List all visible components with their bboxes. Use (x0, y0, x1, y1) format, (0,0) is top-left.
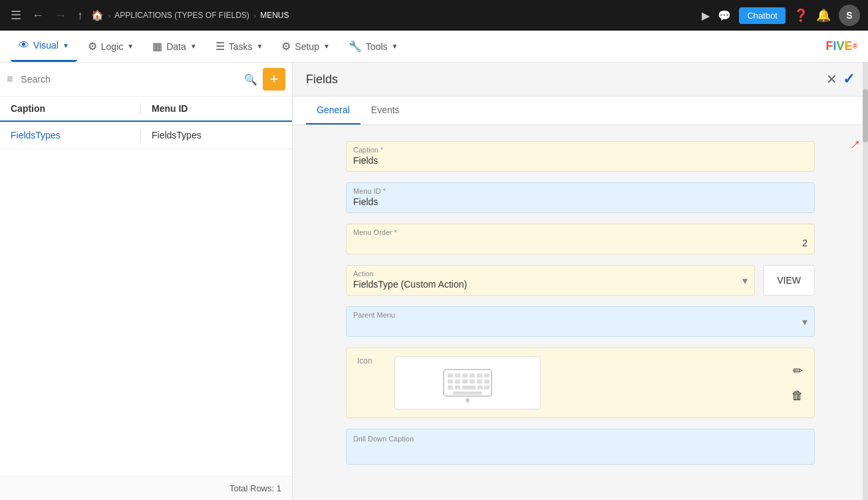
icon-field: Icon (346, 348, 815, 418)
action-value: FieldsType (Custom Action) (347, 278, 736, 295)
drill-down-label: Drill Down Caption (353, 435, 807, 443)
svg-rect-6 (484, 374, 490, 377)
logo-tm: ® (853, 43, 857, 50)
nav-visual-label: Visual (33, 40, 59, 51)
home-icon[interactable]: 🏠 (91, 9, 104, 21)
drill-down-container: Drill Down Caption (346, 429, 815, 465)
nav-setup[interactable]: ⚙ Setup ▼ (273, 31, 338, 62)
filter-icon[interactable]: ≡ (7, 73, 13, 85)
menuid-input[interactable] (347, 195, 814, 212)
scrollbar[interactable] (863, 63, 868, 500)
tasks-chevron-icon: ▼ (256, 43, 263, 50)
main-layout: ≡ 🔍 + Caption Menu ID FieldsTypes Fields… (0, 63, 868, 500)
top-nav-right: ▶ 💬 Chatbot ❓ 🔔 S (702, 5, 860, 26)
total-rows-label: Total Rows: 1 (229, 483, 281, 493)
forward-icon[interactable]: → (52, 6, 69, 25)
col-menuid-header: Menu ID (140, 103, 281, 114)
svg-point-19 (466, 398, 470, 402)
svg-rect-14 (455, 385, 460, 389)
menuid-label: Menu ID * (347, 183, 814, 195)
col-caption-header: Caption (11, 103, 140, 114)
search-bar: ≡ 🔍 + (0, 63, 292, 97)
tasks-icon: ☰ (216, 40, 225, 53)
keyboard-svg (441, 363, 494, 403)
breadcrumb: 🏠 › APPLICATIONS (TYPES OF FIELDS) › MEN… (91, 9, 696, 21)
table-footer: Total Rows: 1 (0, 476, 292, 500)
avatar[interactable]: S (839, 5, 860, 26)
nav-setup-label: Setup (295, 41, 319, 52)
breadcrumb-menus[interactable]: MENUS (260, 11, 289, 20)
tab-events[interactable]: Events (361, 97, 410, 125)
grid-icon: ▦ (152, 40, 162, 53)
caption-container: Caption * (346, 141, 815, 172)
nav-logic[interactable]: ⚙ Logic ▼ (80, 31, 142, 62)
parent-select-inner: Parent Menu (347, 307, 796, 336)
menuorder-field-group: Menu Order * (346, 224, 815, 254)
action-row: Action FieldsType (Custom Action) ▾ VIEW (346, 265, 815, 296)
add-button[interactable]: + (263, 68, 285, 91)
caption-field-group: Caption * (346, 141, 815, 172)
setup-icon: ⚙ (281, 40, 291, 53)
up-icon[interactable]: ↑ (74, 6, 86, 25)
bell-icon[interactable]: 🔔 (816, 8, 831, 23)
action-select[interactable]: Action FieldsType (Custom Action) ▾ (346, 265, 755, 296)
svg-rect-9 (462, 379, 468, 383)
close-button[interactable]: ✕ (826, 71, 837, 87)
tab-general[interactable]: General (306, 97, 361, 125)
parent-menu-label: Parent Menu (347, 307, 796, 322)
help-icon[interactable]: ❓ (794, 8, 808, 23)
logo-v: V (837, 39, 845, 53)
chatbot-button[interactable]: Chatbot (739, 7, 786, 24)
svg-rect-18 (453, 391, 482, 395)
nav-data[interactable]: ▦ Data ▼ (144, 31, 204, 62)
tools-chevron-icon: ▼ (392, 43, 398, 50)
menuorder-input[interactable] (347, 236, 814, 254)
setup-chevron-icon: ▼ (323, 43, 330, 50)
menuorder-label: Menu Order * (347, 224, 814, 236)
search-icon[interactable]: 🔍 (244, 73, 257, 86)
five-logo: F I V E ® (826, 39, 857, 53)
svg-rect-1 (448, 374, 453, 377)
icon-edit-button[interactable]: ✏ (792, 364, 803, 378)
parent-menu-select[interactable]: Parent Menu ▾ (346, 306, 815, 337)
table-row[interactable]: FieldsTypes FieldsTypes (0, 122, 292, 149)
panel-title: Fields (306, 73, 826, 87)
logic-icon: ⚙ (88, 40, 97, 53)
nav-tasks[interactable]: ☰ Tasks ▼ (208, 31, 271, 62)
svg-rect-13 (448, 385, 453, 389)
back-icon[interactable]: ← (29, 6, 47, 25)
row-caption: FieldsTypes (11, 130, 140, 140)
play-icon[interactable]: ▶ (702, 9, 710, 22)
logic-chevron-icon: ▼ (127, 43, 134, 50)
icon-label: Icon (357, 356, 384, 366)
menu-icon[interactable]: ☰ (8, 5, 24, 25)
menuorder-container: Menu Order * (346, 224, 815, 254)
panel-actions: ✕ ✓ (826, 71, 855, 88)
search-input[interactable] (18, 71, 239, 87)
svg-rect-4 (470, 374, 475, 377)
menuid-container: Menu ID * (346, 182, 815, 213)
table-header: Caption Menu ID (0, 97, 292, 122)
left-panel: ≡ 🔍 + Caption Menu ID FieldsTypes Fields… (0, 63, 293, 500)
logo-f: F (826, 39, 833, 53)
icon-actions: ✏ 🗑 (792, 364, 803, 403)
svg-rect-8 (455, 379, 460, 383)
icon-delete-button[interactable]: 🗑 (792, 389, 803, 403)
scrollbar-thumb[interactable] (863, 89, 868, 142)
save-button[interactable]: ✓ (843, 71, 855, 88)
nav-logic-label: Logic (101, 41, 123, 52)
caption-input[interactable] (347, 154, 814, 171)
action-chevron-icon: ▾ (736, 274, 754, 287)
data-chevron-icon: ▼ (190, 43, 197, 50)
svg-rect-17 (484, 385, 490, 389)
svg-rect-16 (478, 385, 483, 389)
svg-rect-2 (455, 374, 460, 377)
view-button[interactable]: VIEW (763, 265, 815, 296)
nav-tools[interactable]: 🔧 Tools ▼ (341, 31, 406, 62)
breadcrumb-applications[interactable]: APPLICATIONS (TYPES OF FIELDS) (114, 11, 249, 20)
logo-e: E (845, 39, 853, 53)
svg-rect-11 (477, 379, 482, 383)
bubble-icon[interactable]: 💬 (718, 9, 731, 22)
nav-visual[interactable]: 👁 Visual ▼ (11, 31, 77, 62)
row-menuid: FieldsTypes (140, 130, 281, 140)
